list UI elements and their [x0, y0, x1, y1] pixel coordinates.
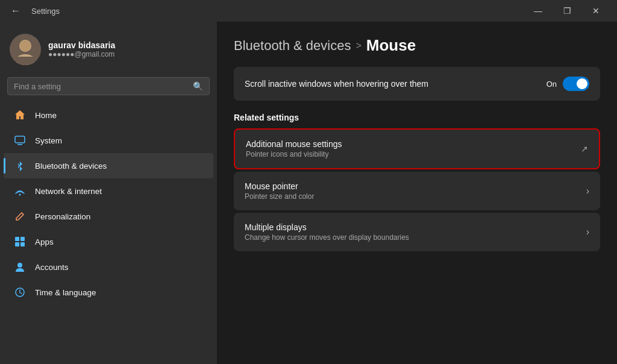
main-container: gaurav bidasaria ●●●●●●@gmail.com 🔍 Home…	[0, 22, 617, 364]
sidebar-item-system[interactable]: System	[4, 128, 213, 153]
scroll-toggle[interactable]	[563, 77, 589, 91]
svg-rect-10	[15, 242, 19, 246]
svg-rect-9	[20, 237, 25, 241]
window-controls: — ❐ ✕	[524, 1, 610, 20]
breadcrumb-current: Mouse	[366, 36, 416, 55]
related-setting-card-multiple-displays[interactable]: Multiple displays Change how cursor move…	[234, 213, 600, 251]
sidebar-label-apps: Apps	[35, 237, 54, 246]
sidebar-item-apps[interactable]: Apps	[4, 229, 213, 254]
related-setting-row-mouse-pointer[interactable]: Mouse pointer Pointer size and color ›	[234, 172, 600, 210]
user-email: ●●●●●●@gmail.com	[48, 50, 115, 58]
sidebar-label-personalization: Personalization	[35, 212, 90, 221]
related-settings-label: Related settings	[234, 113, 600, 122]
search-icon: 🔍	[193, 81, 203, 91]
close-button[interactable]: ✕	[582, 1, 610, 20]
related-setting-title-multiple-displays: Multiple displays	[245, 222, 409, 232]
network-icon	[13, 184, 27, 198]
minimize-button[interactable]: —	[524, 1, 552, 20]
user-info: gaurav bidasaria ●●●●●●@gmail.com	[48, 40, 115, 58]
title-bar: ← Settings — ❐ ✕	[0, 0, 617, 22]
avatar	[10, 34, 41, 65]
related-setting-sub-multiple-displays: Change how cursor moves over display bou…	[245, 233, 409, 242]
breadcrumb-parent: Bluetooth & devices	[234, 38, 351, 54]
user-name: gaurav bidasaria	[48, 40, 115, 50]
search-box[interactable]: 🔍	[7, 77, 210, 95]
chevron-right-icon: ›	[586, 186, 589, 196]
scroll-setting-row: Scroll inactive windows when hovering ov…	[234, 67, 600, 101]
svg-point-3	[20, 40, 31, 51]
scroll-setting-card: Scroll inactive windows when hovering ov…	[234, 67, 600, 101]
svg-point-7	[19, 194, 21, 196]
sidebar-label-system: System	[35, 136, 62, 145]
sidebar-item-network[interactable]: Network & internet	[4, 178, 213, 204]
breadcrumb-separator: >	[355, 40, 361, 51]
nav-list: Home System Bluetooth & devices Network …	[0, 102, 217, 305]
svg-point-12	[17, 263, 22, 268]
time-icon	[13, 286, 27, 299]
sidebar-item-time[interactable]: Time & language	[4, 280, 213, 305]
sidebar-item-bluetooth[interactable]: Bluetooth & devices	[4, 153, 213, 178]
chevron-right-icon: ›	[586, 227, 589, 237]
sidebar-label-bluetooth: Bluetooth & devices	[35, 162, 107, 171]
search-input[interactable]	[14, 82, 188, 91]
related-setting-row-additional-mouse[interactable]: Additional mouse settings Pointer icons …	[235, 130, 599, 168]
related-setting-title-mouse-pointer: Mouse pointer	[245, 181, 314, 191]
user-profile[interactable]: gaurav bidasaria ●●●●●●@gmail.com	[0, 22, 217, 75]
related-setting-title-additional-mouse: Additional mouse settings	[246, 139, 342, 149]
accounts-icon	[13, 260, 27, 274]
title-bar-left: ← Settings	[7, 2, 60, 19]
svg-rect-6	[17, 144, 22, 145]
sidebar: gaurav bidasaria ●●●●●●@gmail.com 🔍 Home…	[0, 22, 217, 364]
home-icon	[13, 108, 27, 122]
related-setting-sub-additional-mouse: Pointer icons and visibility	[246, 150, 342, 158]
content-area: Bluetooth & devices > Mouse Scroll inact…	[217, 22, 617, 364]
external-link-icon: ↗	[581, 144, 588, 154]
sidebar-label-time: Time & language	[35, 288, 96, 297]
apps-icon	[13, 235, 27, 248]
related-setting-row-multiple-displays[interactable]: Multiple displays Change how cursor move…	[234, 213, 600, 251]
sidebar-item-home[interactable]: Home	[4, 102, 213, 128]
app-title: Settings	[31, 7, 60, 16]
svg-rect-11	[20, 242, 25, 246]
related-setting-sub-mouse-pointer: Pointer size and color	[245, 192, 314, 201]
related-settings-list: Additional mouse settings Pointer icons …	[234, 128, 600, 251]
sidebar-label-network: Network & internet	[35, 187, 102, 196]
personalization-icon	[13, 210, 27, 223]
svg-rect-5	[15, 136, 25, 143]
sidebar-item-personalization[interactable]: Personalization	[4, 204, 213, 229]
scroll-setting-title: Scroll inactive windows when hovering ov…	[245, 79, 428, 89]
sidebar-label-accounts: Accounts	[35, 263, 69, 272]
breadcrumb: Bluetooth & devices > Mouse	[234, 36, 600, 55]
svg-rect-8	[15, 237, 19, 241]
bluetooth-icon	[13, 159, 27, 172]
svg-rect-4	[16, 57, 35, 65]
system-icon	[13, 134, 27, 147]
related-setting-card-mouse-pointer[interactable]: Mouse pointer Pointer size and color ›	[234, 172, 600, 210]
maximize-button[interactable]: ❐	[553, 1, 581, 20]
sidebar-item-accounts[interactable]: Accounts	[4, 254, 213, 280]
back-button[interactable]: ←	[7, 2, 24, 19]
sidebar-label-home: Home	[35, 111, 57, 120]
related-setting-card-additional-mouse[interactable]: Additional mouse settings Pointer icons …	[234, 128, 600, 169]
scroll-on-label: On	[547, 80, 557, 89]
